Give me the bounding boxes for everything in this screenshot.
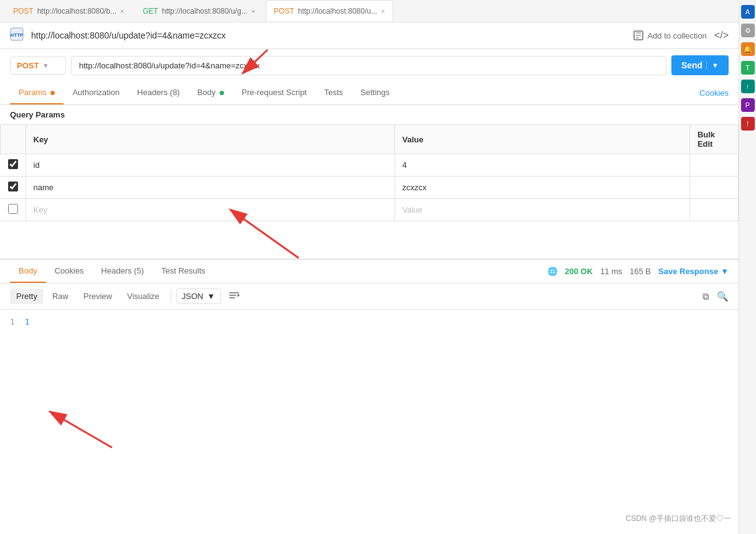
th-checkbox — [1, 125, 26, 154]
body-dot — [220, 91, 224, 95]
status-badge: 200 OK — [565, 267, 593, 276]
table-row: id 4 — [1, 154, 739, 177]
tab-bar: POST http://localhost:8080/b... × GET ht… — [0, 0, 739, 22]
row-2-key[interactable]: name — [26, 177, 394, 199]
code-icon[interactable]: </> — [714, 30, 729, 41]
sidebar-icon-4[interactable]: T — [741, 61, 755, 75]
tab-body[interactable]: Body — [189, 81, 233, 104]
fmt-pretty[interactable]: Pretty — [10, 288, 44, 304]
tab-tests[interactable]: Tests — [315, 81, 352, 104]
tab-get-1-url: http://localhost:8080/u/g... — [162, 7, 247, 16]
wrap-icon — [228, 290, 240, 301]
json-format-selector[interactable]: JSON ▼ — [176, 288, 221, 304]
save-response-chevron: ▼ — [721, 267, 729, 276]
resp-tab-body[interactable]: Body — [10, 260, 46, 283]
row-3-key[interactable]: Key — [26, 199, 394, 221]
search-icon[interactable]: 🔍 — [717, 291, 729, 302]
fmt-preview[interactable]: Preview — [77, 288, 118, 304]
tab-post-2[interactable]: POST http://localhost:8080/u... × — [266, 0, 393, 22]
tab-headers[interactable]: Headers (8) — [128, 81, 189, 104]
format-divider — [170, 290, 171, 303]
table-row-empty: Key Value — [1, 199, 739, 221]
add-to-collection-button[interactable]: Add to collection — [633, 30, 706, 40]
tab-post-1-method: POST — [13, 7, 34, 16]
format-icons: ⧉ 🔍 — [702, 291, 729, 302]
tab-close-3[interactable]: × — [381, 7, 385, 15]
line-numbers: 1 — [10, 317, 15, 326]
response-section: Body Cookies Headers (5) Test Results 🌐 … — [0, 259, 739, 334]
params-dot — [50, 91, 55, 95]
row-2-value[interactable]: zcxzcx — [394, 177, 689, 199]
sidebar-icon-3[interactable]: 🔔 — [741, 42, 755, 56]
tab-post-1[interactable]: POST http://localhost:8080/b... × — [5, 0, 133, 22]
request-title: http://localhost:8080/u/update?id=4&name… — [31, 30, 626, 40]
copy-icon[interactable]: ⧉ — [702, 291, 709, 302]
resp-tab-test-results[interactable]: Test Results — [152, 260, 214, 283]
tab-close-2[interactable]: × — [251, 7, 255, 15]
method-label: POST — [17, 61, 39, 70]
spacer — [0, 221, 739, 259]
request-title-bar: HTTP http://localhost:8080/u/update?id=4… — [0, 22, 739, 49]
sidebar-icon-6[interactable]: P — [741, 98, 755, 112]
table-row: name zcxzcx — [1, 177, 739, 199]
sidebar-icon-2[interactable]: ⚙ — [741, 24, 755, 37]
method-selector[interactable]: POST ▼ — [10, 57, 66, 75]
resp-tab-cookies[interactable]: Cookies — [46, 260, 93, 283]
tab-get-1[interactable]: GET http://localhost:8080/u/g... × — [135, 0, 264, 22]
resp-tab-headers[interactable]: Headers (5) — [93, 260, 153, 283]
cookies-link[interactable]: Cookies — [699, 88, 729, 98]
fmt-visualize[interactable]: Visualize — [121, 288, 166, 304]
request-tabs: Params Authorization Headers (8) Body Pr… — [0, 81, 739, 105]
th-bulk-edit[interactable]: Bulk Edit — [689, 125, 738, 154]
response-tabs-bar: Body Cookies Headers (5) Test Results 🌐 … — [0, 260, 739, 283]
query-params-title: Query Params — [0, 105, 739, 124]
row-1-checkbox[interactable] — [8, 159, 18, 169]
method-chevron-icon: ▼ — [42, 62, 49, 69]
tab-params[interactable]: Params — [10, 81, 63, 104]
tab-pre-request[interactable]: Pre-request Script — [233, 81, 315, 104]
th-value: Value — [394, 125, 689, 154]
sidebar-icon-1[interactable]: A — [741, 5, 755, 19]
fmt-raw[interactable]: Raw — [46, 288, 75, 304]
row-3-extra — [689, 199, 738, 221]
response-time: 11 ms — [600, 267, 622, 276]
row-1-value[interactable]: 4 — [394, 154, 689, 177]
http-icon: HTTP — [10, 27, 24, 44]
tab-settings[interactable]: Settings — [352, 81, 398, 104]
format-bar: Pretty Raw Preview Visualize JSON ▼ ⧉ 🔍 — [0, 283, 739, 310]
row-1-key[interactable]: id — [26, 154, 394, 177]
tab-post-2-url: http://localhost:8080/u... — [298, 7, 377, 16]
row-2-checkbox-cell — [1, 177, 26, 199]
response-meta: 🌐 200 OK 11 ms 165 B Save Response ▼ — [548, 267, 729, 276]
row-3-value[interactable]: Value — [394, 199, 689, 221]
url-input[interactable] — [71, 56, 666, 75]
globe-icon: 🌐 — [548, 267, 558, 276]
row-1-checkbox-cell — [1, 154, 26, 177]
row-1-extra — [689, 154, 738, 177]
send-chevron-icon: ▼ — [706, 62, 719, 69]
right-sidebar: A ⚙ 🔔 T ↑ P ! — [739, 0, 756, 334]
row-2-extra — [689, 177, 738, 199]
params-table: Key Value Bulk Edit id 4 name zcxzcx — [0, 124, 739, 221]
code-content: 1 — [25, 317, 30, 326]
send-button[interactable]: Send ▼ — [671, 55, 729, 75]
sidebar-icon-7[interactable]: ! — [741, 117, 755, 131]
tab-authorization[interactable]: Authorization — [63, 81, 128, 104]
tab-get-1-method: GET — [143, 7, 159, 16]
row-3-checkbox-cell — [1, 199, 26, 221]
response-content: 1 1 — [0, 310, 739, 334]
tab-post-1-url: http://localhost:8080/b... — [37, 7, 116, 16]
svg-text:HTTP: HTTP — [11, 32, 24, 38]
row-3-checkbox[interactable] — [8, 204, 18, 214]
tab-post-2-method: POST — [274, 7, 294, 16]
wrap-icon-btn[interactable] — [228, 290, 240, 303]
row-2-checkbox[interactable] — [8, 182, 18, 191]
collection-icon — [633, 30, 643, 40]
save-response-button[interactable]: Save Response ▼ — [658, 267, 729, 276]
sidebar-icon-5[interactable]: ↑ — [741, 80, 755, 93]
json-chevron-icon: ▼ — [207, 292, 215, 301]
tab-close-1[interactable]: × — [120, 7, 124, 15]
response-size: 165 B — [630, 267, 651, 276]
url-bar: POST ▼ Send ▼ — [0, 49, 739, 81]
th-key: Key — [26, 125, 394, 154]
